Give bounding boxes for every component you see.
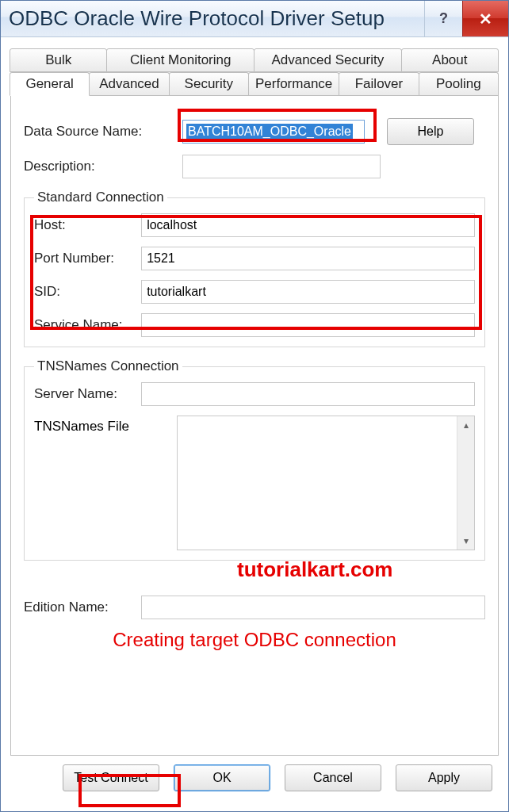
tnsnames-file-label: TNSNames File: [34, 416, 177, 550]
dsn-value: BATCH10AM_ODBC_Oracle: [186, 124, 353, 140]
tab-bulk[interactable]: Bulk: [10, 48, 107, 72]
window-title: ODBC Oracle Wire Protocol Driver Setup: [9, 6, 424, 31]
tab-advanced[interactable]: Advanced: [89, 72, 169, 96]
standard-connection-group: Standard Connection Host: Port Number: S…: [24, 190, 485, 347]
tnsnames-connection-group: TNSNames Connection Server Name: TNSName…: [24, 358, 485, 561]
tab-general[interactable]: General: [10, 72, 90, 96]
help-icon[interactable]: ?: [424, 1, 462, 36]
chevron-down-icon[interactable]: ▾: [464, 535, 469, 546]
chevron-up-icon[interactable]: ▴: [464, 419, 469, 431]
description-label: Description:: [24, 159, 182, 174]
tab-about[interactable]: About: [401, 48, 499, 72]
tab-security[interactable]: Security: [169, 72, 249, 96]
tab-pooling[interactable]: Pooling: [419, 72, 499, 96]
tab-performance[interactable]: Performance: [248, 72, 339, 96]
tab-client-monitoring[interactable]: Client Monitoring: [106, 48, 254, 72]
tnsnames-connection-legend: TNSNames Connection: [34, 358, 182, 374]
tab-failover[interactable]: Failover: [339, 72, 419, 96]
tnsnames-file-input[interactable]: ▴ ▾: [177, 416, 475, 550]
description-input[interactable]: [182, 155, 381, 178]
caption-buttons: ? ✕: [424, 1, 508, 36]
host-input[interactable]: [141, 213, 475, 237]
dsn-label: Data Source Name:: [24, 124, 182, 140]
port-label: Port Number:: [34, 251, 141, 266]
annotation-subtitle: Creating target ODBC connection: [24, 629, 485, 651]
dialog-window: ODBC Oracle Wire Protocol Driver Setup ?…: [0, 0, 509, 812]
host-label: Host:: [34, 217, 141, 233]
edition-name-label: Edition Name:: [24, 599, 141, 615]
standard-connection-legend: Standard Connection: [34, 190, 167, 205]
tabpanel-general: Data Source Name: BATCH10AM_ODBC_Oracle …: [10, 95, 499, 756]
tab-strip: Bulk Client Monitoring Advanced Security…: [10, 48, 499, 96]
ok-button[interactable]: OK: [174, 764, 270, 791]
dialog-footer: Test Connect OK Cancel Apply: [1, 756, 508, 811]
titlebar: ODBC Oracle Wire Protocol Driver Setup ?…: [1, 1, 508, 37]
cancel-button[interactable]: Cancel: [285, 764, 381, 791]
apply-button[interactable]: Apply: [396, 764, 492, 791]
client-area: Bulk Client Monitoring Advanced Security…: [1, 37, 508, 756]
close-icon[interactable]: ✕: [462, 1, 508, 36]
scrollbar[interactable]: ▴ ▾: [457, 416, 474, 550]
sid-input[interactable]: [141, 280, 475, 304]
tab-advanced-security[interactable]: Advanced Security: [254, 48, 402, 72]
server-name-input[interactable]: [141, 382, 475, 406]
edition-name-input[interactable]: [141, 596, 485, 619]
server-name-label: Server Name:: [34, 386, 141, 402]
port-input[interactable]: [141, 247, 475, 270]
test-connect-button[interactable]: Test Connect: [63, 764, 159, 791]
service-name-label: Service Name:: [34, 317, 141, 333]
dsn-input[interactable]: BATCH10AM_ODBC_Oracle: [182, 120, 365, 144]
service-name-input[interactable]: [141, 313, 475, 337]
sid-label: SID:: [34, 284, 141, 300]
help-button[interactable]: Help: [387, 118, 474, 145]
